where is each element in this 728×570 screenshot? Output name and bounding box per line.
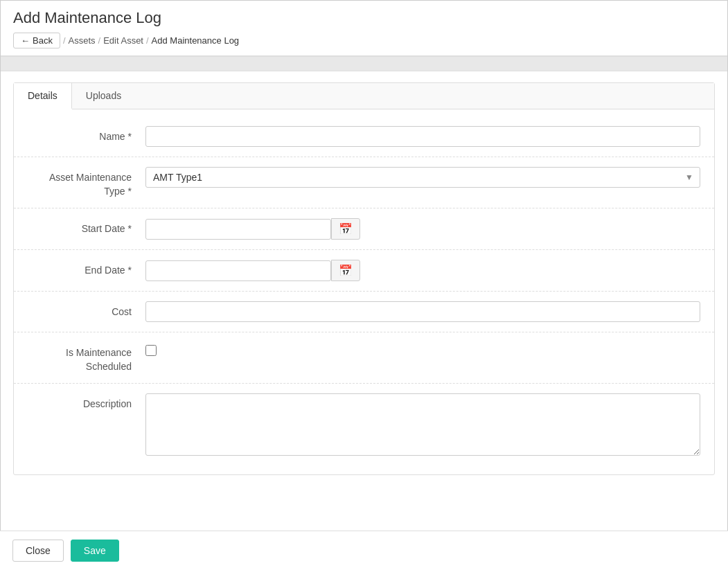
tab-details[interactable]: Details [14,83,72,109]
back-arrow-icon: ← [21,35,30,46]
form-row-asset-type: Asset Maintenance Type * AMT Type1 AMT T… [14,157,714,208]
start-date-wrapper: 📅 [145,218,360,240]
end-date-wrapper: 📅 [145,260,360,281]
breadcrumb-sep-1: / [63,35,66,46]
footer-bar: Close Save [0,531,728,570]
label-start-date: Start Date * [28,218,145,236]
save-button[interactable]: Save [71,540,119,562]
end-date-input[interactable] [145,260,331,281]
label-asset-type: Asset Maintenance Type * [28,167,145,198]
field-end-date: 📅 [145,260,700,281]
close-button[interactable]: Close [12,540,64,562]
form-row-start-date: Start Date * 📅 [14,208,714,250]
asset-type-select[interactable]: AMT Type1 AMT Type2 AMT Type3 [145,167,700,188]
label-name: Name * [28,126,145,144]
breadcrumb: ← Back / Assets / Edit Asset / Add Maint… [13,33,715,55]
gray-bar [1,56,727,71]
page-title: Add Maintenance Log [13,9,715,27]
name-input[interactable] [145,126,700,147]
field-asset-type: AMT Type1 AMT Type2 AMT Type3 ▼ [145,167,700,188]
field-start-date: 📅 [145,218,700,240]
label-scheduled: Is Maintenance Scheduled [28,342,145,373]
cost-input[interactable] [145,301,700,322]
field-cost [145,301,700,322]
page-header: Add Maintenance Log ← Back / Assets / Ed… [1,1,727,56]
label-end-date: End Date * [28,260,145,278]
tabs-header: Details Uploads [14,83,714,109]
back-button[interactable]: ← Back [13,33,60,48]
form-row-description: Description [14,384,714,467]
field-scheduled [145,342,700,356]
field-description [145,393,700,458]
start-date-calendar-button[interactable]: 📅 [331,218,360,240]
tab-uploads[interactable]: Uploads [72,83,135,109]
label-description: Description [28,393,145,411]
breadcrumb-assets-link[interactable]: Assets [69,35,96,46]
field-name [145,126,700,147]
label-cost: Cost [28,301,145,319]
breadcrumb-sep-2: / [98,35,101,46]
breadcrumb-sep-3: / [146,35,149,46]
tab-details-content: Name * Asset Maintenance Type * AMT Type… [14,109,714,474]
checkbox-wrapper-scheduled [145,342,700,356]
form-row-end-date: End Date * 📅 [14,250,714,292]
calendar-icon-end: 📅 [339,264,353,277]
breadcrumb-edit-asset-link[interactable]: Edit Asset [103,35,143,46]
form-row-cost: Cost [14,292,714,332]
start-date-input[interactable] [145,219,331,240]
form-row-scheduled: Is Maintenance Scheduled [14,332,714,384]
select-wrapper-asset-type: AMT Type1 AMT Type2 AMT Type3 ▼ [145,167,700,188]
calendar-icon: 📅 [339,222,353,235]
description-textarea[interactable] [145,393,700,456]
form-row-name: Name * [14,116,714,157]
breadcrumb-current: Add Maintenance Log [152,35,239,46]
content-area: Details Uploads Name * Asset Maintenance… [1,71,727,569]
tabs-container: Details Uploads Name * Asset Maintenance… [13,82,715,475]
back-label: Back [33,35,53,46]
end-date-calendar-button[interactable]: 📅 [331,260,360,281]
scheduled-checkbox[interactable] [145,345,157,356]
page-wrapper: Add Maintenance Log ← Back / Assets / Ed… [0,0,728,570]
